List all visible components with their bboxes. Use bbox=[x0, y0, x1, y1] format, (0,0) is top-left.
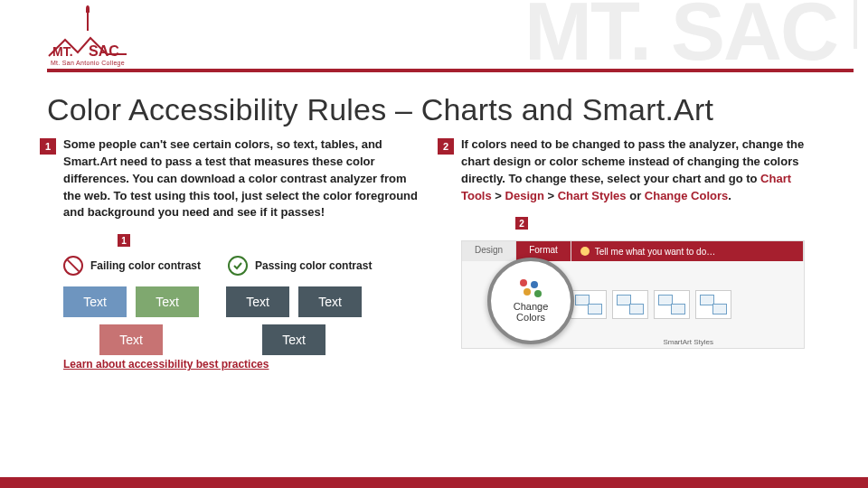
best-practices-link[interactable]: Learn about accessibility best practices bbox=[63, 358, 269, 371]
torch-icon bbox=[83, 5, 92, 31]
svg-text:SAC: SAC bbox=[89, 43, 119, 59]
page-title: Color Accessibility Rules – Charts and S… bbox=[0, 80, 868, 136]
ribbon-tell-me: Tell me what you want to do… bbox=[571, 241, 804, 261]
substep-number: 2 bbox=[515, 217, 528, 230]
header: MT. SAC MT.SAC Mt. San Antonio College bbox=[0, 0, 868, 80]
lightbulb-icon bbox=[580, 247, 590, 256]
step-number: 1 bbox=[40, 138, 56, 155]
legend-pass-label: Passing color contrast bbox=[255, 259, 372, 272]
header-rule bbox=[47, 69, 854, 72]
ribbon-screenshot: Design Format Tell me what you want to d… bbox=[461, 240, 805, 349]
svg-text:MT.: MT. bbox=[52, 44, 73, 59]
logo-subtitle: Mt. San Antonio College bbox=[47, 60, 128, 66]
prohibited-icon bbox=[63, 256, 83, 276]
swatch-pass: Text bbox=[298, 286, 362, 317]
legend-pass: Passing color contrast bbox=[228, 256, 372, 276]
change-colors-icon bbox=[518, 279, 543, 297]
style-thumbnail bbox=[695, 290, 731, 319]
watermark-text: MT. SAC bbox=[524, 0, 837, 79]
step-1-text: Some people can't see certain colors, so… bbox=[63, 136, 425, 221]
substep-number: 1 bbox=[118, 234, 130, 247]
swatch-pass: Text bbox=[226, 286, 289, 317]
swatch-fail: Text bbox=[99, 324, 163, 355]
step-2-text: If colors need to be changed to pass the… bbox=[461, 136, 823, 204]
legend-fail: Failing color contrast bbox=[63, 256, 201, 276]
style-thumbnail bbox=[571, 290, 607, 319]
logo: MT.SAC Mt. San Antonio College bbox=[47, 5, 128, 66]
footer-bar bbox=[0, 477, 868, 488]
ribbon-group-label: SmartArt Styles bbox=[663, 338, 713, 346]
swatch-pass: Text bbox=[262, 324, 326, 355]
style-thumbnail bbox=[654, 290, 690, 319]
swatch-grid: Text Text Text Text Text Text bbox=[63, 286, 425, 355]
style-thumbnail bbox=[612, 290, 648, 319]
step-1: 1 Some people can't see certain colors, … bbox=[63, 136, 425, 355]
magnifier: Change Colors bbox=[487, 258, 574, 344]
torch-icon bbox=[843, 0, 868, 58]
check-icon bbox=[228, 256, 248, 276]
tell-me-text: Tell me what you want to do… bbox=[595, 247, 715, 257]
logo-mark: MT.SAC bbox=[47, 34, 128, 60]
step-number: 2 bbox=[438, 138, 454, 155]
swatch-fail: Text bbox=[63, 286, 127, 317]
legend-fail-label: Failing color contrast bbox=[90, 259, 201, 272]
swatch-fail: Text bbox=[136, 286, 199, 317]
magnifier-label: Change Colors bbox=[514, 301, 549, 323]
watermark: MT. SAC bbox=[524, 0, 868, 79]
step-2: 2 If colors need to be changed to pass t… bbox=[461, 136, 823, 355]
ribbon-tab-design: Design bbox=[462, 241, 516, 261]
